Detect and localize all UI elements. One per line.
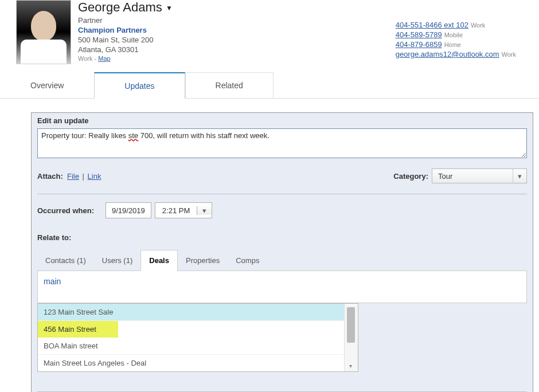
tab-overview[interactable]: Overview [0, 72, 94, 98]
update-note-input[interactable]: Property tour: Really likes ste 700, wil… [37, 128, 527, 158]
category-label: Category: [393, 172, 428, 181]
relate-label: Relate to: [37, 233, 527, 242]
attach-row: Attach: File | Link [37, 172, 101, 181]
phone-work-tag: Work [471, 22, 485, 29]
occurred-label: Occurred when: [37, 206, 94, 215]
relate-tab-users[interactable]: Users (1) [94, 250, 140, 271]
email-row: george.adams12@outlook.comWork [396, 50, 516, 58]
contact-address-1: 500 Main St, Suite 200 [78, 36, 396, 44]
contact-info: George Adams ▼ Partner Champion Partners… [71, 0, 396, 64]
caret-down-icon[interactable]: ▼ [166, 4, 173, 12]
relate-tabs: Contacts (1) Users (1) Deals Properties … [37, 250, 527, 271]
phone-home-link[interactable]: 404-879-6859 [396, 40, 442, 49]
relate-tab-deals[interactable]: Deals [140, 250, 178, 271]
relate-result-item[interactable]: 123 Main Street Sale [38, 304, 344, 321]
category-row: Category: Tour ▾ [393, 168, 527, 183]
attach-file-link[interactable]: File [67, 172, 79, 181]
contact-methods: 404-551-8466 ext 102Work 404-589-5789Mob… [396, 0, 539, 64]
relate-result-item[interactable]: 456 Main Street [38, 321, 118, 338]
phone-work-link[interactable]: 404-551-8466 ext 102 [396, 21, 468, 29]
tab-related[interactable]: Related [185, 72, 274, 98]
date-input[interactable]: 9/19/2019 [106, 202, 151, 218]
occurred-row: Occurred when: 9/19/2019 2:21 PM ▾ [37, 202, 527, 218]
phone-mobile: 404-589-5789Mobile [396, 30, 516, 39]
divider [37, 194, 527, 194]
edit-update-panel: Edit an update Property tour: Really lik… [31, 112, 533, 392]
main-tabs: Overview Updates Related [0, 72, 539, 99]
relate-tab-comps[interactable]: Comps [228, 250, 267, 271]
contact-company[interactable]: Champion Partners [78, 26, 396, 34]
relate-section: Relate to: Contacts (1) Users (1) Deals … [37, 233, 527, 372]
spellcheck-error: ste [128, 131, 138, 140]
contact-name[interactable]: George Adams ▼ [78, 0, 396, 15]
contact-address-2: Atlanta, GA 30301 [78, 45, 396, 54]
tab-updates[interactable]: Updates [94, 72, 185, 99]
pipe-separator: | [83, 172, 84, 181]
chevron-down-icon[interactable]: ▾ [349, 363, 352, 369]
addr-type-label: Work - [78, 55, 98, 62]
attach-link-link[interactable]: Link [88, 172, 101, 181]
relate-results-dropdown: 123 Main Street Sale 456 Main Street BOA… [37, 303, 358, 372]
relate-result-item[interactable]: BOA Main street [38, 338, 344, 355]
relate-tab-contacts[interactable]: Contacts (1) [37, 250, 94, 271]
scrollbar[interactable]: ▾ [344, 304, 358, 371]
relate-result-item[interactable]: Main Street Los Angeles - Deal [38, 355, 344, 371]
category-select[interactable]: Tour ▾ [432, 168, 527, 183]
contact-header: George Adams ▼ Partner Champion Partners… [0, 0, 539, 64]
panel-title: Edit an update [37, 116, 527, 125]
time-input[interactable]: 2:21 PM ▾ [155, 202, 212, 218]
email-link[interactable]: george.adams12@outlook.com [396, 50, 499, 58]
phone-home-tag: Home [444, 41, 461, 48]
phone-mobile-link[interactable]: 404-589-5789 [396, 30, 442, 39]
chevron-down-icon[interactable]: ▾ [197, 206, 212, 215]
scrollbar-thumb[interactable] [347, 307, 355, 343]
attach-label: Attach: [37, 172, 63, 181]
chevron-down-icon[interactable]: ▾ [513, 169, 526, 183]
relate-search-input[interactable] [44, 277, 521, 286]
relate-tab-properties[interactable]: Properties [178, 250, 228, 271]
phone-mobile-tag: Mobile [444, 32, 463, 38]
contact-map-line: Work - Map [78, 55, 396, 62]
phone-home: 404-879-6859Home [396, 40, 516, 49]
contact-name-text: George Adams [78, 0, 162, 14]
category-value: Tour [432, 172, 513, 181]
avatar [16, 0, 71, 64]
contact-role: Partner [78, 16, 396, 25]
phone-work: 404-551-8466 ext 102Work [396, 21, 516, 29]
email-tag: Work [502, 51, 516, 58]
relate-search-area [37, 271, 527, 303]
map-link[interactable]: Map [98, 55, 110, 62]
